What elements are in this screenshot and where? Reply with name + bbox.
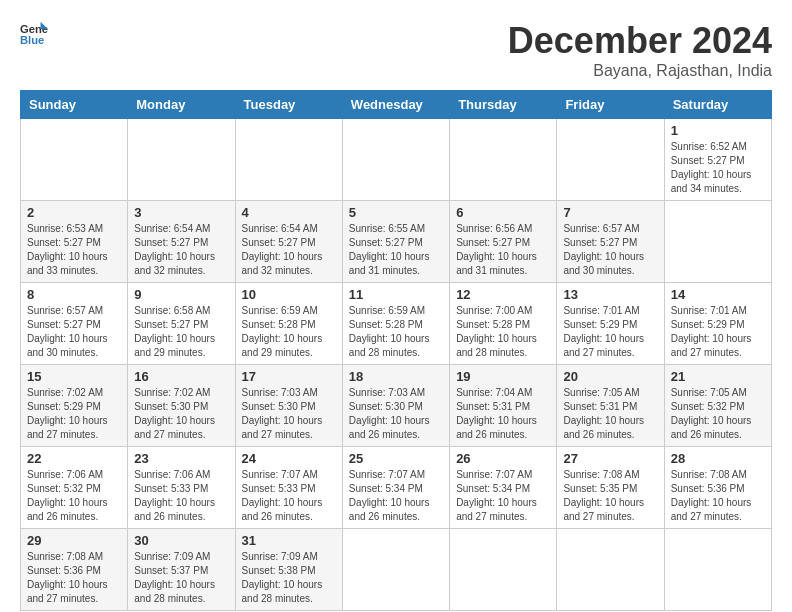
page-header: General Blue December 2024 Bayana, Rajas… [20, 20, 772, 80]
day-info: Sunrise: 7:02 AMSunset: 5:30 PMDaylight:… [134, 387, 215, 440]
calendar-cell: 31Sunrise: 7:09 AMSunset: 5:38 PMDayligh… [235, 529, 342, 611]
day-info: Sunrise: 6:53 AMSunset: 5:27 PMDaylight:… [27, 223, 108, 276]
day-number: 30 [134, 533, 228, 548]
day-info: Sunrise: 6:54 AMSunset: 5:27 PMDaylight:… [134, 223, 215, 276]
calendar-header-row: Sunday Monday Tuesday Wednesday Thursday… [21, 91, 772, 119]
day-info: Sunrise: 6:55 AMSunset: 5:27 PMDaylight:… [349, 223, 430, 276]
day-number: 13 [563, 287, 657, 302]
day-number: 25 [349, 451, 443, 466]
calendar-cell [235, 119, 342, 201]
day-number: 21 [671, 369, 765, 384]
calendar-cell: 20Sunrise: 7:05 AMSunset: 5:31 PMDayligh… [557, 365, 664, 447]
day-info: Sunrise: 7:08 AMSunset: 5:36 PMDaylight:… [671, 469, 752, 522]
calendar-cell: 29Sunrise: 7:08 AMSunset: 5:36 PMDayligh… [21, 529, 128, 611]
logo-icon: General Blue [20, 20, 48, 48]
calendar-cell [664, 529, 771, 611]
day-number: 17 [242, 369, 336, 384]
calendar-row: 1Sunrise: 6:52 AMSunset: 5:27 PMDaylight… [21, 119, 772, 201]
day-info: Sunrise: 6:58 AMSunset: 5:27 PMDaylight:… [134, 305, 215, 358]
calendar-cell: 10Sunrise: 6:59 AMSunset: 5:28 PMDayligh… [235, 283, 342, 365]
calendar-cell [128, 119, 235, 201]
header-monday: Monday [128, 91, 235, 119]
calendar-cell: 4Sunrise: 6:54 AMSunset: 5:27 PMDaylight… [235, 201, 342, 283]
day-info: Sunrise: 6:59 AMSunset: 5:28 PMDaylight:… [349, 305, 430, 358]
header-friday: Friday [557, 91, 664, 119]
calendar-cell: 1Sunrise: 6:52 AMSunset: 5:27 PMDaylight… [664, 119, 771, 201]
calendar-cell: 19Sunrise: 7:04 AMSunset: 5:31 PMDayligh… [450, 365, 557, 447]
day-number: 14 [671, 287, 765, 302]
day-info: Sunrise: 7:09 AMSunset: 5:38 PMDaylight:… [242, 551, 323, 604]
day-info: Sunrise: 6:52 AMSunset: 5:27 PMDaylight:… [671, 141, 752, 194]
day-info: Sunrise: 7:03 AMSunset: 5:30 PMDaylight:… [349, 387, 430, 440]
calendar-cell: 7Sunrise: 6:57 AMSunset: 5:27 PMDaylight… [557, 201, 664, 283]
calendar-table: Sunday Monday Tuesday Wednesday Thursday… [20, 90, 772, 611]
header-wednesday: Wednesday [342, 91, 449, 119]
day-number: 28 [671, 451, 765, 466]
page-title: December 2024 [508, 20, 772, 62]
title-block: December 2024 Bayana, Rajasthan, India [508, 20, 772, 80]
calendar-row: 29Sunrise: 7:08 AMSunset: 5:36 PMDayligh… [21, 529, 772, 611]
day-number: 15 [27, 369, 121, 384]
day-info: Sunrise: 6:59 AMSunset: 5:28 PMDaylight:… [242, 305, 323, 358]
day-number: 16 [134, 369, 228, 384]
day-info: Sunrise: 7:05 AMSunset: 5:32 PMDaylight:… [671, 387, 752, 440]
day-info: Sunrise: 6:54 AMSunset: 5:27 PMDaylight:… [242, 223, 323, 276]
calendar-cell: 18Sunrise: 7:03 AMSunset: 5:30 PMDayligh… [342, 365, 449, 447]
day-number: 9 [134, 287, 228, 302]
day-number: 23 [134, 451, 228, 466]
day-number: 22 [27, 451, 121, 466]
day-number: 29 [27, 533, 121, 548]
calendar-cell: 16Sunrise: 7:02 AMSunset: 5:30 PMDayligh… [128, 365, 235, 447]
day-number: 8 [27, 287, 121, 302]
day-info: Sunrise: 6:57 AMSunset: 5:27 PMDaylight:… [563, 223, 644, 276]
logo: General Blue [20, 20, 48, 48]
day-info: Sunrise: 7:07 AMSunset: 5:33 PMDaylight:… [242, 469, 323, 522]
calendar-row: 2Sunrise: 6:53 AMSunset: 5:27 PMDaylight… [21, 201, 772, 283]
calendar-cell: 12Sunrise: 7:00 AMSunset: 5:28 PMDayligh… [450, 283, 557, 365]
header-thursday: Thursday [450, 91, 557, 119]
day-info: Sunrise: 6:56 AMSunset: 5:27 PMDaylight:… [456, 223, 537, 276]
day-info: Sunrise: 7:03 AMSunset: 5:30 PMDaylight:… [242, 387, 323, 440]
calendar-cell: 5Sunrise: 6:55 AMSunset: 5:27 PMDaylight… [342, 201, 449, 283]
day-number: 2 [27, 205, 121, 220]
calendar-cell [557, 119, 664, 201]
calendar-cell: 8Sunrise: 6:57 AMSunset: 5:27 PMDaylight… [21, 283, 128, 365]
calendar-cell [342, 529, 449, 611]
calendar-cell: 22Sunrise: 7:06 AMSunset: 5:32 PMDayligh… [21, 447, 128, 529]
day-info: Sunrise: 7:00 AMSunset: 5:28 PMDaylight:… [456, 305, 537, 358]
day-number: 4 [242, 205, 336, 220]
day-info: Sunrise: 7:05 AMSunset: 5:31 PMDaylight:… [563, 387, 644, 440]
day-info: Sunrise: 7:07 AMSunset: 5:34 PMDaylight:… [349, 469, 430, 522]
calendar-cell: 30Sunrise: 7:09 AMSunset: 5:37 PMDayligh… [128, 529, 235, 611]
calendar-cell: 2Sunrise: 6:53 AMSunset: 5:27 PMDaylight… [21, 201, 128, 283]
calendar-cell: 28Sunrise: 7:08 AMSunset: 5:36 PMDayligh… [664, 447, 771, 529]
day-info: Sunrise: 7:08 AMSunset: 5:36 PMDaylight:… [27, 551, 108, 604]
header-tuesday: Tuesday [235, 91, 342, 119]
calendar-cell [664, 201, 771, 283]
calendar-cell: 17Sunrise: 7:03 AMSunset: 5:30 PMDayligh… [235, 365, 342, 447]
day-number: 7 [563, 205, 657, 220]
header-sunday: Sunday [21, 91, 128, 119]
calendar-cell [342, 119, 449, 201]
calendar-cell: 27Sunrise: 7:08 AMSunset: 5:35 PMDayligh… [557, 447, 664, 529]
day-info: Sunrise: 7:09 AMSunset: 5:37 PMDaylight:… [134, 551, 215, 604]
calendar-cell: 3Sunrise: 6:54 AMSunset: 5:27 PMDaylight… [128, 201, 235, 283]
page-subtitle: Bayana, Rajasthan, India [508, 62, 772, 80]
calendar-cell: 13Sunrise: 7:01 AMSunset: 5:29 PMDayligh… [557, 283, 664, 365]
calendar-cell [21, 119, 128, 201]
day-number: 19 [456, 369, 550, 384]
svg-text:Blue: Blue [20, 34, 44, 46]
calendar-cell [450, 529, 557, 611]
calendar-cell: 15Sunrise: 7:02 AMSunset: 5:29 PMDayligh… [21, 365, 128, 447]
day-info: Sunrise: 6:57 AMSunset: 5:27 PMDaylight:… [27, 305, 108, 358]
day-info: Sunrise: 7:07 AMSunset: 5:34 PMDaylight:… [456, 469, 537, 522]
day-number: 31 [242, 533, 336, 548]
calendar-cell: 6Sunrise: 6:56 AMSunset: 5:27 PMDaylight… [450, 201, 557, 283]
calendar-cell: 26Sunrise: 7:07 AMSunset: 5:34 PMDayligh… [450, 447, 557, 529]
calendar-cell: 23Sunrise: 7:06 AMSunset: 5:33 PMDayligh… [128, 447, 235, 529]
day-number: 26 [456, 451, 550, 466]
calendar-cell: 21Sunrise: 7:05 AMSunset: 5:32 PMDayligh… [664, 365, 771, 447]
calendar-cell: 14Sunrise: 7:01 AMSunset: 5:29 PMDayligh… [664, 283, 771, 365]
day-info: Sunrise: 7:01 AMSunset: 5:29 PMDaylight:… [563, 305, 644, 358]
day-info: Sunrise: 7:02 AMSunset: 5:29 PMDaylight:… [27, 387, 108, 440]
